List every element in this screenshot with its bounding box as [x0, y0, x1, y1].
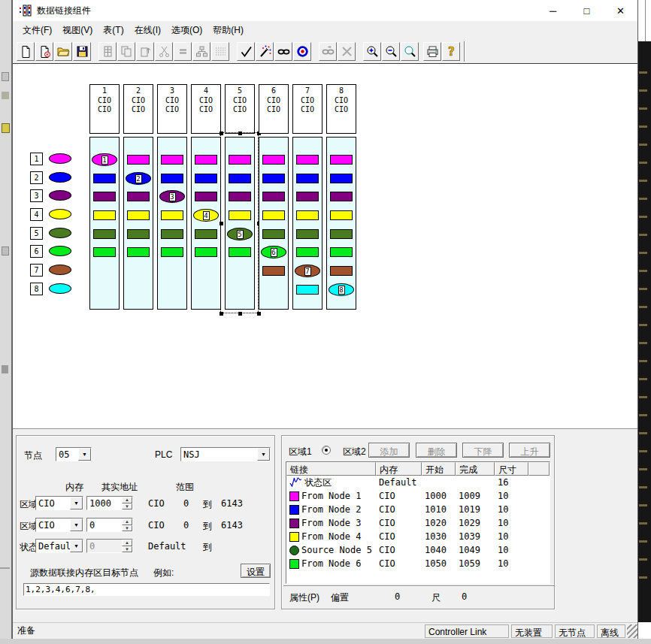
- minimize-button[interactable]: ─: [536, 0, 570, 21]
- menu-item-help[interactable]: 帮助(H): [207, 22, 249, 39]
- maximize-button[interactable]: □: [570, 0, 604, 21]
- chevron-down-icon[interactable]: ▼: [70, 497, 83, 509]
- save-button[interactable]: [73, 42, 91, 61]
- link-area-node-3[interactable]: [127, 192, 150, 201]
- link-area-node-6[interactable]: [93, 247, 116, 257]
- link-area-node-1[interactable]: [161, 155, 183, 165]
- open-button[interactable]: [54, 42, 72, 61]
- link-area-node-2[interactable]: [296, 174, 319, 183]
- hierarchy-button[interactable]: [192, 42, 210, 61]
- link-area-node-5[interactable]: [93, 229, 116, 239]
- table-row[interactable]: From Node 3CIO1020102910: [286, 516, 550, 530]
- menu-item-table[interactable]: 表(T): [98, 22, 129, 39]
- chevron-down-icon[interactable]: ▼: [70, 519, 83, 531]
- menu-item-view[interactable]: 视图(V): [57, 22, 98, 39]
- link-area-node-5[interactable]: [161, 229, 183, 239]
- menu-item-options[interactable]: 选项(O): [166, 22, 207, 39]
- transfer-link-button[interactable]: [319, 42, 337, 61]
- source-area-node-3[interactable]: 3: [159, 190, 185, 203]
- link-area-node-1[interactable]: [195, 155, 217, 165]
- link-area-node-3[interactable]: [195, 192, 217, 201]
- link-area-node-7[interactable]: [330, 266, 353, 276]
- spinner-up-icon[interactable]: ▲: [122, 497, 132, 503]
- chevron-down-icon[interactable]: ▼: [78, 448, 91, 461]
- link-area-node-4[interactable]: [296, 210, 319, 220]
- copy-table-button[interactable]: [117, 42, 135, 61]
- link-area-node-6[interactable]: [161, 247, 183, 257]
- link-area-node-8[interactable]: [296, 285, 319, 295]
- column-header-3[interactable]: 完成: [456, 462, 495, 476]
- print-button[interactable]: [423, 42, 441, 61]
- link-area-node-6[interactable]: [330, 247, 353, 257]
- new-button[interactable]: [17, 42, 35, 61]
- source-area-node-6[interactable]: 6: [261, 246, 286, 259]
- link-area-node-6[interactable]: [195, 247, 217, 257]
- link-area-node-6[interactable]: [296, 247, 319, 257]
- spinner-up-icon[interactable]: ▲: [122, 519, 132, 525]
- zoom-in-button[interactable]: [363, 42, 381, 61]
- node-column-8[interactable]: 8: [326, 137, 356, 310]
- selection-handle[interactable]: [257, 312, 261, 316]
- link-area-node-7[interactable]: [262, 266, 285, 276]
- node-column-1[interactable]: 1: [89, 137, 120, 310]
- link-area-node-1[interactable]: [330, 155, 353, 165]
- target-nodes-input[interactable]: [24, 584, 269, 595]
- link-area-node-1[interactable]: [127, 155, 150, 165]
- table-button[interactable]: [98, 42, 117, 61]
- node-column-header-8[interactable]: 8CIOCIO: [326, 84, 356, 134]
- delete-button[interactable]: 删除: [416, 443, 457, 458]
- link-area-node-5[interactable]: [262, 229, 285, 239]
- node-column-header-5[interactable]: 5CIOCIO: [225, 84, 255, 134]
- spinner-up-icon[interactable]: ▲: [122, 540, 132, 546]
- link-area-node-2[interactable]: [330, 174, 353, 183]
- selection-handle[interactable]: [220, 312, 223, 316]
- validate-check-button[interactable]: [237, 42, 255, 61]
- link-area-node-3[interactable]: [93, 192, 116, 201]
- delete-x-button[interactable]: [338, 42, 356, 61]
- properties-label[interactable]: 属性(P): [289, 591, 319, 604]
- link-button[interactable]: [274, 42, 292, 61]
- selection-handle[interactable]: [238, 132, 242, 135]
- node-select[interactable]: 05▼: [56, 447, 92, 461]
- column-header-1[interactable]: 内存: [376, 462, 422, 476]
- link-area-node-5[interactable]: [195, 229, 217, 239]
- table-row[interactable]: From Node 4CIO1030103910: [286, 530, 550, 543]
- memory-select-2[interactable]: Default▼: [35, 539, 83, 553]
- source-area-node-7[interactable]: 7: [295, 265, 320, 277]
- node-column-header-3[interactable]: 3CIOCIO: [157, 84, 187, 134]
- auto-setup-wizard-button[interactable]: [256, 42, 274, 61]
- table-row[interactable]: From Node 6CIO1050105910: [286, 557, 550, 570]
- link-area-node-3[interactable]: [296, 192, 319, 201]
- chevron-down-icon[interactable]: ▼: [257, 448, 270, 461]
- selection-handle[interactable]: [220, 132, 223, 135]
- link-area-node-2[interactable]: [161, 174, 183, 183]
- memory-select-1[interactable]: CIO▼: [35, 518, 83, 532]
- link-area-node-2[interactable]: [262, 174, 285, 183]
- zoom-out-button[interactable]: [382, 42, 400, 61]
- compare-button[interactable]: [174, 42, 192, 61]
- link-area-node-1[interactable]: [296, 155, 319, 165]
- source-area-node-8[interactable]: 8: [329, 283, 354, 296]
- link-area-node-1[interactable]: [262, 155, 285, 165]
- link-area-node-4[interactable]: [330, 210, 353, 220]
- link-area-node-2[interactable]: [195, 174, 217, 183]
- plc-select[interactable]: NSJ▼: [180, 447, 271, 461]
- menu-item-file[interactable]: 文件(F): [17, 22, 57, 39]
- link-area-node-5[interactable]: [330, 229, 353, 239]
- table-row[interactable]: Source Node 5CIO1040104910: [286, 543, 550, 557]
- node-column-7[interactable]: 7: [292, 137, 322, 310]
- node-column-4[interactable]: 4: [191, 137, 221, 310]
- source-area-node-2[interactable]: 2: [126, 172, 151, 185]
- new-delete-button[interactable]: [35, 42, 53, 61]
- move-down-button[interactable]: 下降: [462, 443, 504, 458]
- spinner-down-icon[interactable]: ▼: [122, 525, 132, 532]
- node-column-header-4[interactable]: 4CIOCIO: [191, 84, 221, 134]
- column-header-4[interactable]: 尺寸: [495, 462, 528, 476]
- title-bar[interactable]: 数据链接组件 ─□✕: [13, 0, 637, 21]
- menu-item-online[interactable]: 在线(I): [129, 22, 166, 39]
- link-area-node-6[interactable]: [127, 247, 150, 257]
- node-column-2[interactable]: 2: [123, 137, 153, 310]
- column-header-2[interactable]: 开始: [422, 462, 456, 476]
- link-area-node-2[interactable]: [93, 174, 116, 183]
- selection-handle[interactable]: [220, 222, 223, 225]
